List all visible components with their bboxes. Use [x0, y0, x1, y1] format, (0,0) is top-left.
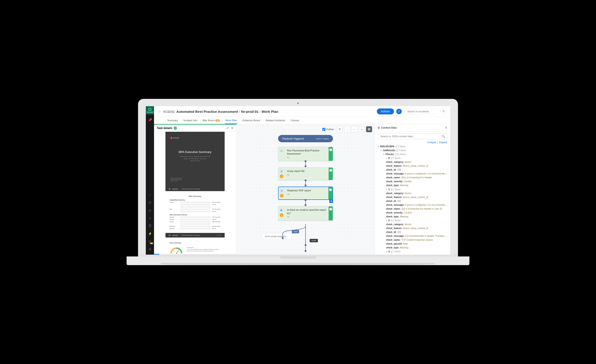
refresh-icon[interactable]: ↻ [337, 126, 343, 132]
close-icon[interactable]: ✕ [231, 126, 233, 130]
updates-icon[interactable]: ⟳20 [149, 240, 151, 243]
context-title: Context Data [381, 126, 397, 129]
camera-icon [297, 102, 299, 104]
context-data-panel: {}Context Data ✕ 🔍 Collapse | Expand [375, 124, 450, 255]
tab-work-plan[interactable]: Work Plan [225, 117, 238, 124]
fit-icon[interactable]: ↔ [351, 126, 358, 132]
laptop-mockup: XSOAR 📌 ⌂ ☰ ◎ ≡ 🗄 ⚡ ⟳20 ⚙ ☆ [138, 99, 458, 265]
tab-related-incidents[interactable]: Related Incidents [265, 117, 285, 124]
context-search-input[interactable] [378, 133, 447, 139]
task-node[interactable]: ◆⚡Is there an email to send the report t… [278, 206, 333, 220]
braces-icon: {} [378, 126, 380, 129]
star-icon[interactable]: ☆ [158, 109, 161, 114]
svg-line-0 [176, 250, 179, 253]
search-icon[interactable]: 🔍 [442, 135, 445, 138]
gauge-icon [170, 247, 183, 255]
gear-icon[interactable]: ⚙ [149, 247, 151, 251]
tab-canvas[interactable]: Canvas [290, 117, 299, 124]
left-nav: XSOAR 📌 ⌂ ☰ ◎ ≡ 🗄 ⚡ ⟳20 ⚙ [146, 106, 154, 255]
task-node[interactable]: ➤⚡Unzip report file#2✓ [278, 167, 333, 180]
close-icon[interactable]: ✕ [445, 126, 447, 130]
report-cover: ⬤ paloalto BPA Executive Summary Generat… [165, 132, 225, 187]
task-details-panel: Task details ✓ ⤢ ✕ ⬤ paloalto BPA [154, 124, 236, 255]
db-icon[interactable]: 🗄 [148, 224, 151, 228]
expand-icon[interactable]: ⤢ [226, 126, 229, 130]
pin-icon[interactable]: 📌 [148, 118, 152, 122]
task-details-title: Task details [157, 126, 172, 130]
image-icon[interactable]: 🖼 [366, 126, 372, 132]
collapse-button[interactable]: Collapse [427, 141, 436, 144]
follow-checkbox[interactable]: Follow [322, 128, 334, 131]
check-icon: ✓ [174, 126, 177, 130]
actions-button[interactable]: Actions [377, 109, 394, 114]
svg-point-2 [282, 237, 283, 239]
tune-icon[interactable]: ≡ [149, 216, 151, 220]
task-node[interactable]: ➤⚡Rasterize PDF report#3✓⚙ [278, 187, 333, 200]
json-tree[interactable]: ▾PAN-OS-BPA: {} 2 items▾JobResults: [] 3… [375, 144, 450, 255]
zoom-out-icon[interactable]: − [344, 126, 350, 132]
progress-bar [154, 254, 236, 255]
page-header: ☆ #13242 Automated Best Practice Assessm… [154, 106, 450, 117]
branch-connectors [278, 224, 333, 254]
bolt-icon[interactable]: ⚡ [148, 232, 152, 235]
tab-summary[interactable]: Summary [167, 117, 179, 124]
gear-icon[interactable]: ⚙ [329, 199, 333, 203]
target-icon[interactable]: ◎ [149, 209, 151, 212]
tab-incident-info[interactable]: Incident Info [183, 117, 198, 124]
svg-point-1 [176, 253, 177, 254]
home-icon[interactable]: ⌂ [149, 193, 151, 197]
search-incidents-input[interactable] [404, 109, 438, 114]
playbook-trigger-node[interactable]: Playbook Triggered Inputs / Outputs [278, 135, 333, 142]
report-summary: BPA Summary Capability Summary Threat35%… [165, 191, 225, 233]
info-button[interactable]: i [396, 109, 402, 114]
svg-point-3 [305, 244, 306, 246]
task-node[interactable]: ▭Run Panorama Best Practice Assessment#1… [278, 147, 333, 161]
page-title: #13242 Automated Best Practice Assessmen… [163, 110, 375, 114]
playbook-canvas[interactable]: Follow ↻ − ↔ ＋ 🖼 Playbook Triggered Inpu… [236, 124, 375, 255]
zoom-in-icon[interactable]: ＋ [359, 126, 365, 132]
list-icon[interactable]: ☰ [149, 201, 151, 204]
tab-evidence-board[interactable]: Evidence Board [242, 117, 261, 124]
help-button[interactable]: ? [441, 109, 447, 114]
tab-war-room[interactable]: War Room22 [202, 117, 220, 124]
expand-button[interactable]: Expand [439, 141, 447, 144]
brand-logo[interactable]: XSOAR [146, 106, 154, 114]
svg-point-4 [305, 250, 306, 252]
tabs: SummaryIncident InfoWar Room22Work PlanE… [154, 117, 450, 124]
